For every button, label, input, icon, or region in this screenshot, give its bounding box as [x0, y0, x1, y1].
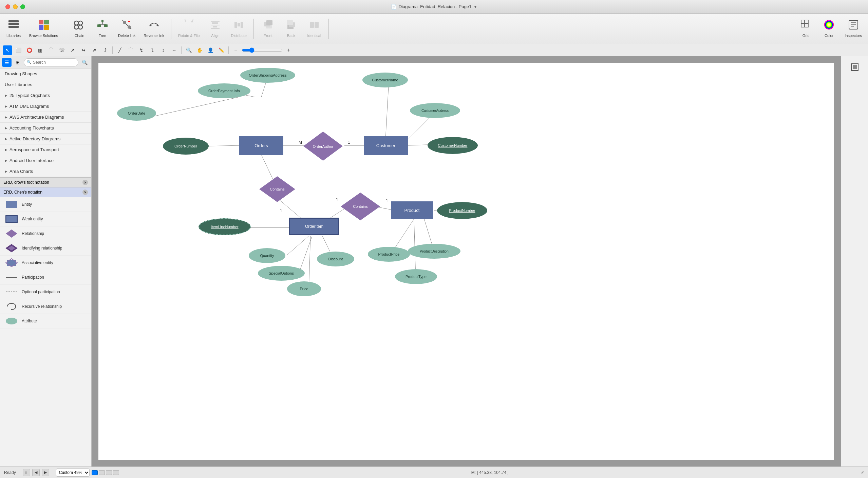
pan-tool[interactable]: ✋: [195, 45, 204, 55]
rect-tool[interactable]: ⬜: [14, 45, 23, 55]
expand-btn[interactable]: ⤢: [861, 470, 864, 475]
rotate-flip-button[interactable]: Rotate & Flip: [175, 16, 203, 42]
delete-link-button[interactable]: Delete link: [115, 16, 138, 42]
node-customer-address[interactable]: CustomerAddress: [410, 103, 460, 118]
connect2-tool[interactable]: ☏: [57, 45, 67, 55]
node-customer[interactable]: Customer: [364, 136, 408, 155]
node-customer-number[interactable]: CustomerNumber: [428, 137, 478, 154]
line2-tool[interactable]: ⌒: [126, 45, 135, 55]
node-order-shipping-address[interactable]: OrderShippingAddress: [240, 68, 295, 83]
node-order-author[interactable]: OrderAuthor: [303, 131, 343, 161]
erd-chens-tab[interactable]: ERD, Chen's notation ✕: [0, 187, 91, 197]
back-button[interactable]: Back: [281, 16, 301, 42]
sidebar-item-drawing-shapes[interactable]: Drawing Shapes: [0, 68, 91, 79]
shape-item-relationship[interactable]: Relationship: [0, 226, 91, 241]
connect6-tool[interactable]: ⤴: [100, 45, 110, 55]
grid-button[interactable]: Grid: [796, 16, 816, 42]
node-quantity[interactable]: Quantity: [249, 248, 285, 263]
node-order-number[interactable]: OrderNumber: [163, 138, 209, 155]
page-indicator-2[interactable]: [99, 470, 105, 475]
node-product-number[interactable]: ProductNumber: [437, 202, 487, 219]
sidebar-item-accounting[interactable]: ▶ Accounting Flowcharts: [0, 123, 91, 134]
zoom-fit-btn[interactable]: [847, 60, 862, 77]
ellipse-tool[interactable]: ⭕: [24, 45, 34, 55]
connect3-tool[interactable]: ↗: [68, 45, 77, 55]
minimize-button[interactable]: [13, 4, 18, 9]
node-product-type[interactable]: ProductType: [395, 269, 437, 284]
node-orders[interactable]: Orders: [239, 136, 283, 155]
shape-item-participation[interactable]: Participation: [0, 270, 91, 285]
zoom-slider[interactable]: [242, 47, 283, 53]
close-erd-tab-1[interactable]: ✕: [82, 180, 88, 185]
tree-button[interactable]: Tree: [92, 16, 113, 42]
color-button[interactable]: Color: [819, 16, 839, 42]
distribute-button[interactable]: Distribute: [228, 16, 249, 42]
sidebar-item-orgcharts[interactable]: ▶ 25 Typical Orgcharts: [0, 90, 91, 101]
shape-item-identifying-rel[interactable]: Identifying relationship: [0, 241, 91, 256]
sidebar-item-user-libraries[interactable]: User Libraries: [0, 79, 91, 90]
sidebar-item-aerospace[interactable]: ▶ Aerospace and Transport: [0, 144, 91, 155]
sidebar-item-area-charts[interactable]: ▶ Area Charts: [0, 166, 91, 177]
page-indicator-4[interactable]: [113, 470, 119, 475]
zoom-select[interactable]: Custom 49% 25% 50% 75% 100%: [56, 469, 90, 477]
table-tool[interactable]: ▦: [35, 45, 45, 55]
connect5-tool[interactable]: ⇗: [90, 45, 99, 55]
line1-tool[interactable]: ╱: [115, 45, 125, 55]
canvas[interactable]: M 1 1 M 1 1 OrderShippingAddress OrderPa…: [98, 63, 834, 460]
align-button[interactable]: Align: [205, 16, 225, 42]
page-indicator-3[interactable]: [106, 470, 112, 475]
shape-item-optional-part[interactable]: Optional participation: [0, 285, 91, 299]
sidebar-item-atm-uml[interactable]: ▶ ATM UML Diagrams: [0, 101, 91, 112]
node-item-line-number[interactable]: ItemLineNumber: [199, 218, 251, 235]
node-product-price[interactable]: ProductPrice: [368, 247, 410, 262]
sidebar-item-android-ui[interactable]: ▶ Android User Interface: [0, 155, 91, 166]
search-input[interactable]: [33, 60, 75, 65]
grid-view-btn[interactable]: ⊞: [13, 58, 22, 67]
reverse-link-button[interactable]: Reverse link: [141, 16, 167, 42]
identical-button[interactable]: Identical: [304, 16, 324, 42]
zoom-in-btn[interactable]: +: [284, 45, 294, 55]
node-discount[interactable]: Discount: [317, 252, 354, 266]
shape-item-associative[interactable]: Associative entity: [0, 256, 91, 270]
node-product[interactable]: Product: [391, 201, 433, 219]
node-order-date[interactable]: OrderDate: [117, 106, 156, 121]
list-view-btn[interactable]: ☰: [2, 58, 12, 67]
node-product-description[interactable]: ProductDescription: [408, 244, 460, 259]
sidebar-item-aws[interactable]: ▶ AWS Architecture Diagrams: [0, 112, 91, 123]
node-order-item[interactable]: OrderItem: [289, 218, 339, 235]
browse-button[interactable]: Browse Solutions: [26, 16, 61, 42]
close-button[interactable]: [5, 4, 10, 9]
libraries-button[interactable]: Libraries: [3, 16, 24, 42]
erd-crows-foot-tab[interactable]: ERD, crow's foot notation ✕: [0, 178, 91, 187]
sidebar-item-active-dir[interactable]: ▶ Active Directory Diagrams: [0, 134, 91, 144]
node-contains-1[interactable]: Contains: [259, 176, 296, 203]
maximize-button[interactable]: [20, 4, 25, 9]
page-indicator-1[interactable]: [92, 470, 98, 475]
shape-item-attribute[interactable]: Attribute: [0, 314, 91, 328]
node-customer-name[interactable]: CustomerName: [362, 73, 408, 87]
node-order-payment-info[interactable]: OrderPayment Info: [198, 83, 250, 98]
node-contains-2[interactable]: Contains: [340, 192, 381, 221]
connect1-tool[interactable]: ⌒: [46, 45, 56, 55]
pause-btn[interactable]: ⏸: [23, 469, 30, 476]
shape-item-entity[interactable]: Entity: [0, 197, 91, 212]
close-erd-tab-2[interactable]: ✕: [82, 190, 88, 195]
line5-tool[interactable]: ↕: [158, 45, 168, 55]
zoom-out-btn[interactable]: −: [231, 45, 241, 55]
connect4-tool[interactable]: ↬: [79, 45, 88, 55]
line6-tool[interactable]: ↔: [169, 45, 179, 55]
inspectors-button[interactable]: Inspectors: [842, 16, 865, 42]
search-btn[interactable]: 🔍: [80, 58, 89, 67]
next-page-btn[interactable]: ▶: [42, 469, 49, 476]
prev-page-btn[interactable]: ◀: [32, 469, 40, 476]
select-tool[interactable]: ↖: [3, 45, 12, 55]
front-button[interactable]: Front: [258, 16, 278, 42]
dropdown-arrow-icon[interactable]: ▼: [473, 5, 477, 9]
line3-tool[interactable]: ↯: [137, 45, 146, 55]
person-tool[interactable]: 👤: [206, 45, 215, 55]
node-special-options[interactable]: SpecialOptions: [258, 266, 305, 281]
pen-tool[interactable]: ✏️: [216, 45, 226, 55]
shape-item-recursive-rel[interactable]: Recursive relationship: [0, 299, 91, 314]
node-price[interactable]: Price: [287, 281, 321, 296]
zoom-in-tool[interactable]: 🔍: [184, 45, 193, 55]
